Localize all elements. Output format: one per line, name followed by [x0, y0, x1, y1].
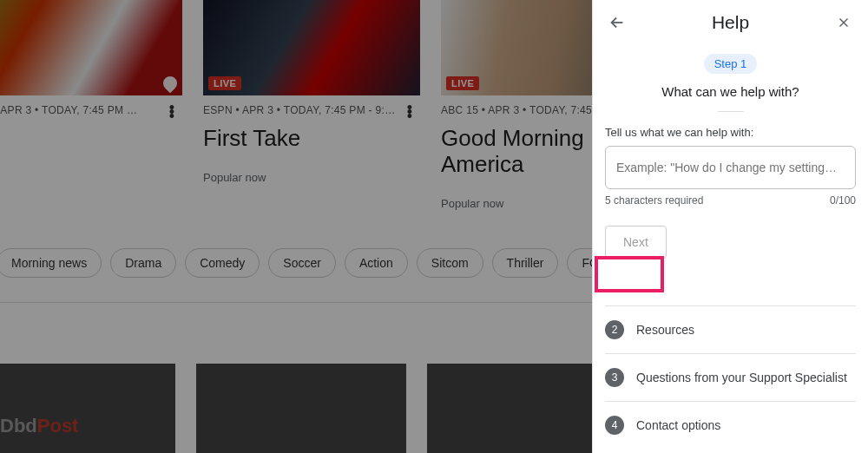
help-title: Help	[712, 12, 749, 33]
card-meta: ESPN • APR 3 • TODAY, 7:45 PM - 9:45 PM	[203, 104, 399, 116]
step-number: 3	[605, 368, 624, 387]
card-title: First Take	[203, 126, 420, 152]
divider	[718, 111, 744, 112]
help-step[interactable]: 3 Questions from your Support Specialist	[605, 353, 856, 401]
step-chip: Step 1	[704, 54, 758, 74]
card-title: lay	[0, 126, 182, 152]
step-number: 4	[605, 416, 624, 435]
more-icon[interactable]: •••	[399, 104, 420, 119]
next-button[interactable]: Next	[605, 226, 667, 259]
filter-chip[interactable]: Thriller	[492, 248, 559, 278]
step-label: Questions from your Support Specialist	[636, 371, 847, 384]
step-label: Resources	[636, 323, 694, 337]
show-card[interactable]: TV-G • APR 3 • TODAY, 7:45 PM … ••• lay …	[0, 0, 182, 210]
help-panel: Help Step 1 What can we help with? Tell …	[592, 0, 868, 453]
filter-chip[interactable]: Sitcom	[417, 248, 483, 278]
filter-chip[interactable]: Morning news	[0, 248, 102, 278]
pin-icon	[161, 74, 181, 94]
help-step[interactable]: 4 Contact options	[605, 401, 856, 449]
watermark: DbdPost	[0, 415, 78, 437]
card-subtext: now	[0, 171, 182, 184]
thumbnail[interactable]: LIVE	[203, 0, 420, 95]
thumbnail[interactable]	[0, 0, 182, 95]
step-number: 2	[605, 320, 624, 339]
more-icon[interactable]: •••	[161, 104, 182, 119]
char-counter: 0/100	[830, 194, 856, 207]
filter-chip[interactable]: Action	[345, 248, 408, 278]
show-card[interactable]: LIVE ESPN • APR 3 • TODAY, 7:45 PM - 9:4…	[203, 0, 420, 210]
card-meta: TV-G • APR 3 • TODAY, 7:45 PM …	[0, 104, 161, 116]
help-question: What can we help with?	[605, 84, 856, 99]
filter-chip[interactable]: Comedy	[185, 248, 260, 278]
thumbnail[interactable]	[196, 364, 406, 453]
min-chars-label: 5 characters required	[605, 194, 703, 207]
live-badge: LIVE	[208, 76, 241, 90]
back-icon[interactable]	[607, 12, 628, 33]
live-badge: LIVE	[446, 76, 479, 90]
close-icon[interactable]	[833, 12, 854, 33]
help-step[interactable]: 2 Resources	[605, 305, 856, 353]
thumbnail[interactable]	[0, 364, 175, 453]
filter-chip[interactable]: Soccer	[268, 248, 336, 278]
step-label: Contact options	[636, 418, 720, 432]
card-subtext: Popular now	[203, 171, 420, 184]
filter-chip[interactable]: Drama	[110, 248, 176, 278]
help-prompt: Tell us what we can help with:	[605, 126, 856, 139]
help-input[interactable]	[605, 146, 856, 189]
